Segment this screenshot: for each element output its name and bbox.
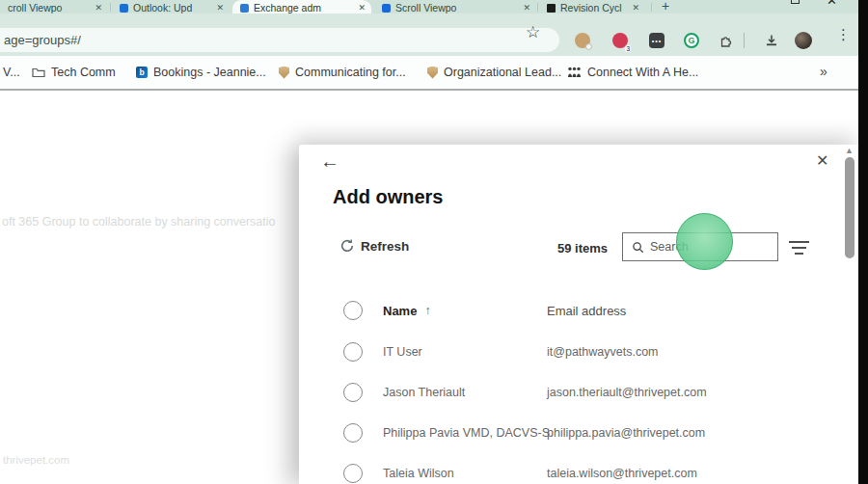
extension-screenshot-icon[interactable]: ••• xyxy=(649,33,665,48)
close-icon[interactable]: ✕ xyxy=(816,151,828,170)
row-radio[interactable] xyxy=(343,383,363,402)
row-email: jason.theriault@thrivepet.com xyxy=(547,386,707,399)
row-radio[interactable] xyxy=(343,464,363,483)
row-email: it@pathwayvets.com xyxy=(547,345,659,359)
table-header-row: Name ↑ Email address xyxy=(299,301,839,322)
bookings-icon: b xyxy=(136,67,148,78)
back-arrow-icon[interactable]: ← xyxy=(320,150,339,173)
tab-scroll-viewport-1[interactable]: croll Viewpo ✕ xyxy=(0,0,108,13)
tab-label: croll Viewpo xyxy=(8,2,88,13)
tab-separator xyxy=(537,3,538,12)
url-text: age=groups#/ xyxy=(0,33,81,47)
table-row[interactable]: Jason Theriault jason.theriault@thrivepe… xyxy=(299,383,839,404)
scrollbar-up-icon[interactable]: ▲ xyxy=(845,146,854,155)
row-email: taleia.wilson@thrivepet.com xyxy=(547,467,697,480)
sort-ascending-icon: ↑ xyxy=(424,304,430,318)
tab-outlook[interactable]: Outlook: Upd ✕ xyxy=(112,0,230,13)
row-name: Taleia Wilson xyxy=(383,467,454,480)
new-tab-button[interactable]: + xyxy=(662,0,669,13)
select-all-radio[interactable] xyxy=(343,301,363,320)
bookmark-label: Connect With A He... xyxy=(587,66,698,79)
filter-icon[interactable] xyxy=(789,241,809,255)
profile-avatar[interactable] xyxy=(795,32,812,49)
extension-badge-dot xyxy=(585,43,592,50)
tab-close-icon[interactable]: ✕ xyxy=(216,3,224,13)
row-name: IT User xyxy=(383,345,422,359)
more-dots-icon: ••• xyxy=(649,33,665,48)
confluence-icon xyxy=(382,4,391,13)
row-radio[interactable] xyxy=(343,342,363,362)
bookmark-item-bookings[interactable]: b Bookings - Jeannie... xyxy=(136,56,266,89)
bookmark-label: Bookings - Jeannie... xyxy=(153,66,266,79)
tab-close-icon[interactable]: ✕ xyxy=(632,3,639,13)
document-icon xyxy=(547,4,556,13)
extension-tan-icon[interactable] xyxy=(575,33,590,48)
tab-separator xyxy=(651,3,652,12)
bookmark-item-organizational[interactable]: Organizational Lead... xyxy=(427,56,561,89)
click-highlight xyxy=(676,213,733,270)
outlook-icon xyxy=(120,4,128,13)
extensions-puzzle-icon[interactable] xyxy=(719,33,734,48)
bookmark-folder-tech-comm[interactable]: Tech Comm xyxy=(32,56,116,89)
bookmark-label: Organizational Lead... xyxy=(444,66,561,79)
row-radio[interactable] xyxy=(343,423,363,443)
bookmark-star-icon[interactable]: ☆ xyxy=(526,22,540,42)
refresh-button[interactable]: Refresh xyxy=(339,238,409,254)
window-restore-icon[interactable] xyxy=(791,0,800,4)
extension-badge-count: 3 xyxy=(625,45,631,52)
status-bar-link: thrivepet.com xyxy=(3,454,69,466)
browser-toolbar: age=groups#/ ☆ 3 ••• G ⋮ xyxy=(0,13,868,56)
name-header-label: Name xyxy=(383,304,417,318)
extension-red-icon[interactable]: 3 xyxy=(612,33,628,48)
grammarly-g-icon: G xyxy=(684,33,699,48)
tab-label: Outlook: Upd xyxy=(133,2,209,13)
refresh-icon xyxy=(339,238,355,254)
address-bar[interactable]: age=groups#/ xyxy=(0,28,559,52)
dimmed-background-text: oft 365 Group to collaborate by sharing … xyxy=(2,215,276,229)
bookmark-label: Communicating for... xyxy=(295,66,406,79)
bookmarks-bar: V... Tech Comm b Bookings - Jeannie... C… xyxy=(0,56,868,91)
tab-strip: croll Viewpo ✕ Outlook: Upd ✕ Exchange a… xyxy=(0,0,868,13)
bookmark-item-truncated[interactable]: V... xyxy=(3,56,20,89)
extension-badge-icon xyxy=(575,33,590,48)
add-owners-panel: ← ✕ Add owners Refresh 59 items Name ↑ E… xyxy=(299,145,858,484)
row-name: Jason Theriault xyxy=(383,386,465,399)
table-row[interactable]: IT User it@pathwayvets.com xyxy=(299,342,839,363)
tab-revision-cycle[interactable]: Revision Cycl ✕ xyxy=(539,0,645,13)
items-count: 59 items xyxy=(557,241,608,255)
tab-scroll-viewport-2[interactable]: Scroll Viewpo ✕ xyxy=(374,0,536,13)
bookmark-item-connect[interactable]: Connect With A He... xyxy=(567,56,698,89)
row-name: Philippa Pavia VMD, DACVS-S. xyxy=(383,426,553,440)
grammarly-extension-icon[interactable]: G xyxy=(684,33,699,48)
browser-window: croll Viewpo ✕ Outlook: Upd ✕ Exchange a… xyxy=(0,0,868,484)
bookmark-label: V... xyxy=(3,66,20,79)
bookmark-label: Tech Comm xyxy=(51,66,116,79)
page-title: Add owners xyxy=(333,186,443,208)
bookmarks-overflow-chevron[interactable]: » xyxy=(820,64,827,79)
tab-label: Revision Cycl xyxy=(560,2,625,13)
tab-exchange-admin-active[interactable]: Exchange adm ✕ xyxy=(232,0,371,13)
shield-icon xyxy=(427,67,438,79)
browser-menu-icon[interactable]: ⋮ xyxy=(836,26,851,43)
row-email: philippa.pavia@thrivepet.com xyxy=(547,426,705,440)
downloads-icon[interactable] xyxy=(764,33,779,48)
refresh-label: Refresh xyxy=(361,239,409,254)
exchange-admin-icon xyxy=(240,4,249,13)
tab-close-icon[interactable]: ✕ xyxy=(523,3,530,13)
name-column-header[interactable]: Name ↑ xyxy=(383,304,430,318)
table-row[interactable]: Philippa Pavia VMD, DACVS-S. philippa.pa… xyxy=(299,423,839,444)
extension-red-circle: 3 xyxy=(612,33,628,48)
bookmark-item-communicating[interactable]: Communicating for... xyxy=(279,56,406,89)
people-icon xyxy=(567,67,582,78)
tab-close-icon[interactable]: ✕ xyxy=(358,3,366,13)
window-close-icon[interactable]: ✕ xyxy=(827,0,837,8)
tab-close-icon[interactable]: ✕ xyxy=(95,3,102,13)
table-row[interactable]: Taleia Wilson taleia.wilson@thrivepet.co… xyxy=(299,464,839,484)
shield-icon xyxy=(279,67,289,79)
tab-separator xyxy=(110,3,111,12)
tab-label: Exchange adm xyxy=(254,2,351,13)
email-column-header[interactable]: Email address xyxy=(547,304,626,318)
tab-label: Scroll Viewpo xyxy=(395,2,516,13)
toolbar-separator xyxy=(744,33,745,48)
scrollbar-thumb[interactable] xyxy=(845,157,854,258)
